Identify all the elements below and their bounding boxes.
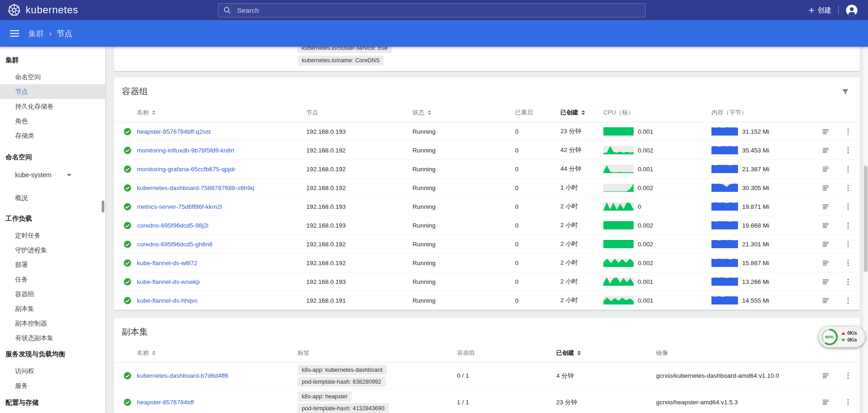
kebab-menu-icon[interactable]	[844, 221, 852, 230]
pod-status: Running	[412, 241, 515, 248]
logs-icon[interactable]	[821, 259, 830, 267]
column-header-restarts[interactable]: 已重启	[515, 109, 560, 117]
pod-restarts: 0	[515, 166, 560, 173]
logs-icon[interactable]	[821, 146, 830, 155]
sidebar-item[interactable]: 副本控制器	[0, 316, 105, 331]
logs-icon[interactable]	[821, 165, 830, 174]
column-header-created[interactable]: 已创建	[556, 349, 656, 357]
column-header-node[interactable]: 节点	[306, 109, 412, 117]
top-header: kubernetes 创建	[0, 0, 868, 20]
kebab-menu-icon[interactable]	[844, 146, 852, 155]
status-success-icon	[123, 127, 132, 136]
column-header-name[interactable]: 名称	[137, 109, 306, 117]
pod-status: Running	[412, 297, 515, 304]
sidebar-item[interactable]: 服务	[0, 378, 105, 393]
user-account-icon[interactable]	[846, 4, 858, 16]
pod-name-link[interactable]: heapster-8576784bff-q2sst	[137, 128, 211, 135]
pod-name-link[interactable]: coredns-695f96dcd5-98j2l	[137, 222, 208, 229]
sidebar-scrollbar-thumb[interactable]	[102, 201, 104, 212]
sidebar-section-discovery[interactable]: 服务发现与负载均衡	[0, 347, 105, 361]
sidebar-section-workloads[interactable]: 工作负载	[0, 212, 105, 225]
kebab-menu-icon[interactable]	[844, 398, 852, 407]
cpu-sparkline	[603, 296, 634, 304]
pod-row: monitoring-grafana-65ccfb675-qpjdr 192.1…	[114, 160, 860, 179]
replicasets-card-title: 副本集	[122, 326, 148, 338]
column-header-created[interactable]: 已创建	[560, 109, 603, 117]
column-header-cpu: CPU（核）	[603, 109, 711, 117]
pod-name-link[interactable]: monitoring-influxdb-9b78f5fd9-kn8rt	[137, 147, 234, 154]
sidebar-item[interactable]: 定时任务	[0, 228, 105, 243]
logs-icon[interactable]	[821, 127, 830, 136]
logs-icon[interactable]	[821, 296, 830, 305]
memory-sparkline	[711, 259, 738, 267]
sidebar-section-cluster[interactable]: 集群	[0, 53, 105, 67]
kebab-menu-icon[interactable]	[844, 277, 852, 286]
search-bar[interactable]	[218, 3, 646, 17]
pod-status: Running	[412, 166, 515, 173]
sidebar-item[interactable]: 访问权	[0, 364, 105, 378]
sidebar-item[interactable]: 命名空间	[0, 70, 105, 84]
kebab-menu-icon[interactable]	[844, 259, 852, 267]
sidebar-section-config[interactable]: 配置与存储	[0, 396, 105, 409]
column-header-name[interactable]: 名称	[137, 349, 298, 357]
search-input[interactable]	[237, 6, 640, 14]
logs-icon[interactable]	[821, 371, 830, 380]
vertical-scrollbar[interactable]	[863, 47, 868, 413]
logs-icon[interactable]	[821, 240, 830, 249]
pod-name-link[interactable]: kube-flannel-ds-hhqvc	[137, 297, 198, 304]
pod-name-link[interactable]: kube-flannel-ds-w6l72	[137, 260, 197, 266]
pod-name-link[interactable]: coredns-695f96dcd5-gh6n8	[137, 241, 212, 248]
kebab-menu-icon[interactable]	[844, 296, 852, 305]
status-success-icon	[123, 398, 132, 407]
logs-icon[interactable]	[821, 398, 830, 407]
sidebar-item-overview[interactable]: 概况	[0, 190, 105, 205]
memory-sparkline	[711, 165, 738, 173]
sidebar-item[interactable]: 任务	[0, 272, 105, 287]
replicaset-name-link[interactable]: heapster-8576784bff	[137, 399, 194, 406]
pod-node: 192.168.0.192	[306, 260, 412, 266]
replicaset-name-link[interactable]: kubernetes-dashboard-b7d6d4ff6	[137, 372, 228, 379]
status-success-icon	[123, 202, 132, 211]
sidebar-item[interactable]: 副本集	[0, 301, 105, 316]
kebab-menu-icon[interactable]	[844, 202, 852, 211]
pod-status: Running	[412, 128, 515, 135]
sidebar-item[interactable]: 角色	[0, 114, 105, 128]
pod-node: 192.168.0.193	[306, 278, 412, 285]
logs-icon[interactable]	[821, 221, 830, 230]
namespace-selector[interactable]: kube-system	[0, 167, 105, 183]
logs-icon[interactable]	[821, 184, 830, 192]
filter-icon[interactable]	[841, 87, 850, 96]
pod-name-link[interactable]: monitoring-grafana-65ccfb675-qpjdr	[137, 166, 235, 173]
logs-icon[interactable]	[821, 202, 830, 211]
label-chip: k8s-app: kubernetes-dashboard	[298, 365, 387, 375]
pod-name-link[interactable]: kube-flannel-ds-wswkp	[137, 278, 200, 285]
kebab-menu-icon[interactable]	[844, 165, 852, 174]
sidebar-item[interactable]: 持久化存储卷	[0, 99, 105, 114]
menu-icon[interactable]	[10, 30, 19, 37]
sidebar-item[interactable]: 部署	[0, 257, 105, 272]
pod-name-link[interactable]: metrics-server-75d6ff86f-kkm2l	[137, 203, 222, 210]
sidebar-item[interactable]: 节点	[0, 84, 105, 99]
pod-node: 192.168.0.193	[306, 128, 412, 135]
system-monitor-widget[interactable]: 60% 0K/s 0K/s	[819, 326, 865, 348]
scrollbar-thumb[interactable]	[864, 166, 868, 272]
pod-name-link[interactable]: kubernetes-dashboard-7588787688-s6h9q	[137, 185, 254, 191]
brand[interactable]: kubernetes	[0, 4, 218, 16]
kebab-menu-icon[interactable]	[844, 371, 852, 380]
sidebar-item[interactable]: 容器组	[0, 287, 105, 301]
sidebar-item[interactable]: 守护进程集	[0, 243, 105, 257]
pod-memory-value: 31.152 Mi	[742, 128, 769, 135]
cpu-sparkline	[603, 277, 634, 286]
kebab-menu-icon[interactable]	[844, 127, 852, 136]
sidebar-item[interactable]: 存储类	[0, 128, 105, 143]
kebab-menu-icon[interactable]	[844, 240, 852, 249]
replicaset-created: 23 分钟	[556, 398, 656, 407]
create-button[interactable]: 创建	[808, 6, 831, 15]
kebab-menu-icon[interactable]	[844, 184, 852, 192]
cpu-sparkline	[603, 127, 634, 136]
breadcrumb-cluster-link[interactable]: 集群	[28, 28, 44, 39]
label-chip: pod-template-hash: 638280992	[298, 377, 385, 387]
column-header-status[interactable]: 状态	[412, 109, 515, 117]
sidebar-item[interactable]: 有状态副本集	[0, 331, 105, 345]
logs-icon[interactable]	[821, 277, 830, 286]
